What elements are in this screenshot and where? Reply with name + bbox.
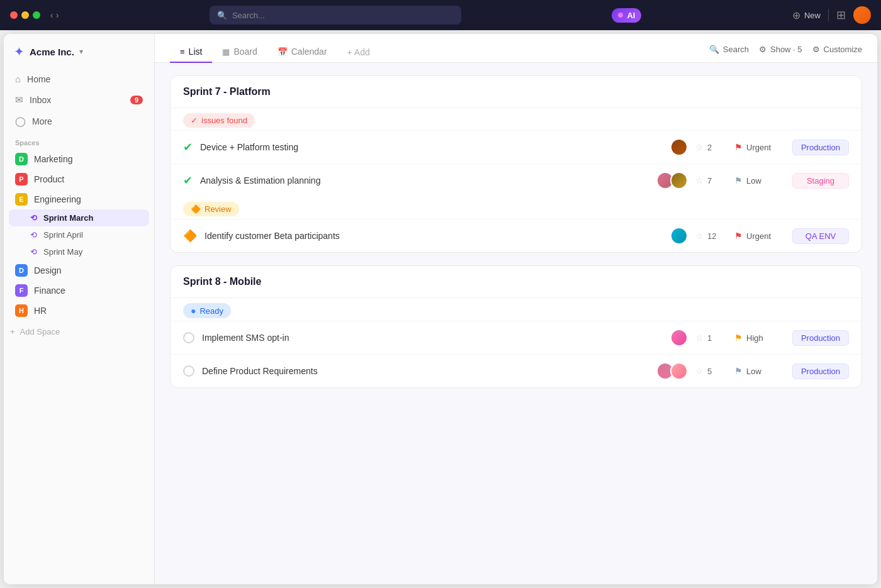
task-stars: ☆ 1 xyxy=(695,333,727,343)
task-name: Define Product Requirements xyxy=(202,366,649,376)
task-check-icon xyxy=(183,332,194,343)
new-button[interactable]: ⊕ New xyxy=(792,9,821,21)
priority-flag-icon: ⚑ xyxy=(734,366,743,376)
issues-label: issues found xyxy=(201,116,247,125)
tab-board[interactable]: ▦ Board xyxy=(212,42,267,63)
task-check-icon xyxy=(183,365,194,377)
sidebar-item-home[interactable]: ⌂ Home xyxy=(9,69,149,89)
close-button[interactable] xyxy=(10,11,18,19)
task-avatars xyxy=(670,138,688,156)
sidebar-item-inbox[interactable]: ✉ Inbox 9 xyxy=(9,90,149,110)
priority-flag-icon: ⚑ xyxy=(734,231,743,241)
ready-badge[interactable]: ● Ready xyxy=(183,303,231,318)
task-row[interactable]: Define Product Requirements ☆ 5 ⚑ Low Pr… xyxy=(171,354,861,387)
engineering-badge: E xyxy=(15,193,28,206)
sprint-may-label: Sprint May xyxy=(43,247,82,257)
task-env-badge[interactable]: QA ENV xyxy=(792,228,849,244)
avatar xyxy=(670,227,688,245)
task-row[interactable]: ✔ Analysis & Estimation planning ☆ 7 ⚑ L… xyxy=(171,164,861,197)
sidebar-item-product[interactable]: P Product xyxy=(9,169,149,189)
add-view-button[interactable]: + Add xyxy=(337,42,380,62)
task-check-icon: 🔶 xyxy=(183,229,197,243)
back-button[interactable]: ‹ xyxy=(50,10,53,20)
sprint-april-icon: ⟲ xyxy=(30,230,37,240)
task-row[interactable]: Implement SMS opt-in ☆ 1 ⚑ High Producti… xyxy=(171,321,861,354)
show-button[interactable]: ⚙ Show · 5 xyxy=(759,45,802,54)
sprint-7-section: Sprint 7 - Platform ✓ issues found ✔ Dev… xyxy=(170,75,862,253)
search-icon: 🔍 xyxy=(217,11,227,20)
grid-icon[interactable]: ⊞ xyxy=(836,8,846,22)
user-avatar[interactable] xyxy=(853,6,871,24)
issues-badge[interactable]: ✓ issues found xyxy=(183,113,255,128)
forward-button[interactable]: › xyxy=(56,10,59,20)
issues-status-section: ✓ issues found xyxy=(171,108,861,130)
nav-arrows: ‹ › xyxy=(50,10,59,20)
issues-check-icon: ✓ xyxy=(191,116,198,125)
ai-button[interactable]: AI xyxy=(612,8,641,23)
global-search-bar[interactable]: 🔍 xyxy=(210,6,461,25)
task-env-badge[interactable]: Staging xyxy=(792,173,849,189)
sidebar-item-sprint-april[interactable]: ⟲ Sprint April xyxy=(9,226,149,243)
tab-list[interactable]: ≡ List xyxy=(170,42,212,63)
review-badge[interactable]: 🔶 Review xyxy=(183,202,239,216)
task-env-badge[interactable]: Production xyxy=(792,140,849,155)
ai-label: AI xyxy=(627,11,635,20)
task-name: Device + Platform testing xyxy=(200,142,663,152)
task-stars: ☆ 5 xyxy=(695,366,727,376)
minimize-button[interactable] xyxy=(21,11,29,19)
task-row[interactable]: 🔶 Identify customer Beta participants ☆ … xyxy=(171,219,861,252)
inbox-icon: ✉ xyxy=(15,94,23,106)
add-view-label: + Add xyxy=(347,47,370,57)
customize-button[interactable]: ⚙ Customize xyxy=(812,45,862,54)
task-env-badge[interactable]: Production xyxy=(792,363,849,379)
star-icon: ☆ xyxy=(695,366,704,376)
more-label: More xyxy=(32,116,52,126)
customize-label: Customize xyxy=(824,45,862,54)
sidebar-item-engineering[interactable]: E Engineering xyxy=(9,189,149,209)
task-name: Identify customer Beta participants xyxy=(205,231,663,241)
priority-label: Urgent xyxy=(746,143,771,152)
sidebar-item-hr[interactable]: H HR xyxy=(9,301,149,321)
ready-label: Ready xyxy=(199,306,223,316)
show-icon: ⚙ xyxy=(759,45,766,54)
workspace-logo[interactable]: ✦ Acme Inc. ▾ xyxy=(4,44,154,69)
calendar-tab-icon: 📅 xyxy=(278,47,288,57)
task-name: Implement SMS opt-in xyxy=(202,333,663,343)
topbar-right: ⊕ New ⊞ xyxy=(792,6,871,24)
global-search-input[interactable] xyxy=(232,11,454,20)
sidebar-item-more[interactable]: ◯ More xyxy=(9,111,149,131)
add-space-button[interactable]: + Add Space xyxy=(4,323,154,340)
task-row[interactable]: ✔ Device + Platform testing ☆ 2 ⚑ Urgent… xyxy=(171,130,861,164)
star-count: 1 xyxy=(707,333,712,343)
avatar xyxy=(670,138,688,156)
star-icon: ☆ xyxy=(695,175,704,186)
avatar xyxy=(670,362,688,380)
star-icon: ☆ xyxy=(695,142,704,152)
sidebar-item-marketing[interactable]: D Marketing xyxy=(9,149,149,169)
avatar xyxy=(670,329,688,347)
tab-calendar[interactable]: 📅 Calendar xyxy=(267,42,337,63)
board-tab-label: Board xyxy=(233,47,257,57)
new-label: New xyxy=(804,11,821,20)
marketing-badge: D xyxy=(15,153,28,165)
maximize-button[interactable] xyxy=(33,11,40,19)
search-action-button[interactable]: 🔍 Search xyxy=(709,45,749,54)
sprint-8-section: Sprint 8 - Mobile ● Ready Implement SMS … xyxy=(170,265,862,388)
task-avatars xyxy=(656,172,688,189)
sidebar-item-sprint-march[interactable]: ⟲ Sprint March xyxy=(9,209,149,226)
priority-flag-icon: ⚑ xyxy=(734,333,743,343)
window-controls xyxy=(10,11,40,19)
star-count: 7 xyxy=(707,176,712,186)
sidebar-item-design[interactable]: D Design xyxy=(9,260,149,280)
review-label: Review xyxy=(205,204,232,214)
topbar: ‹ › 🔍 AI ⊕ New ⊞ xyxy=(0,0,881,30)
task-env-badge[interactable]: Production xyxy=(792,330,849,346)
calendar-tab-label: Calendar xyxy=(291,47,327,57)
sprint-8-title: Sprint 8 - Mobile xyxy=(183,276,261,287)
sidebar-item-sprint-may[interactable]: ⟲ Sprint May xyxy=(9,243,149,260)
topbar-divider xyxy=(828,9,829,21)
task-check-icon: ✔ xyxy=(183,140,193,154)
sidebar-item-finance[interactable]: F Finance xyxy=(9,280,149,301)
priority-flag-icon: ⚑ xyxy=(734,175,743,186)
sprint-7-title: Sprint 7 - Platform xyxy=(183,86,271,97)
